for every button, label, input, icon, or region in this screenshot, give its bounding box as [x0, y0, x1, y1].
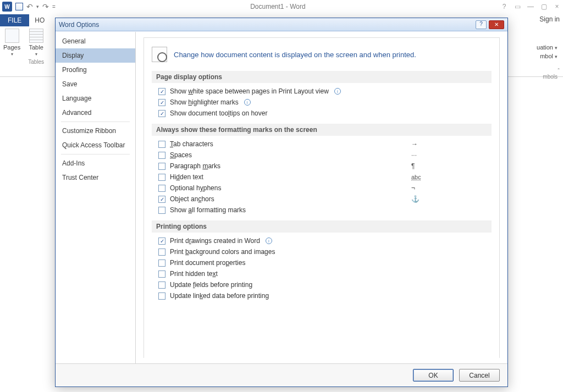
- option-row: Spaces···: [158, 151, 367, 159]
- section-page-display: Page display options: [152, 71, 492, 83]
- checkbox[interactable]: [158, 249, 165, 256]
- info-icon[interactable]: i: [334, 88, 341, 95]
- tab-file[interactable]: FILE: [0, 14, 29, 26]
- checkbox[interactable]: [158, 110, 165, 117]
- sidebar-item-quick-access-toolbar[interactable]: Quick Access Toolbar: [56, 138, 135, 152]
- option-label[interactable]: Object anchors: [170, 195, 214, 203]
- checkbox[interactable]: [158, 141, 165, 148]
- checkbox[interactable]: [158, 196, 165, 203]
- formatting-symbol: ⚓: [411, 195, 424, 203]
- option-label[interactable]: Optional hyphens: [170, 184, 221, 192]
- checkbox[interactable]: [158, 238, 165, 245]
- option-row: Show all formatting marks: [158, 206, 367, 214]
- formatting-symbol: ···: [411, 151, 424, 159]
- checkbox[interactable]: [158, 152, 165, 159]
- sign-in-link[interactable]: Sign in: [539, 15, 560, 23]
- sidebar-item-advanced[interactable]: Advanced: [56, 106, 135, 120]
- sidebar-item-proofing[interactable]: Proofing: [56, 63, 135, 77]
- dialog-title-bar[interactable]: Word Options ? ✕: [56, 18, 507, 31]
- document-title: Document1 - Word: [56, 3, 500, 10]
- checkbox[interactable]: [158, 207, 165, 214]
- checkbox[interactable]: [158, 99, 165, 106]
- option-label[interactable]: Print document properties: [170, 259, 245, 267]
- ribbon-group-label: mbols: [543, 74, 558, 80]
- option-row: Optional hyphens¬: [158, 184, 367, 192]
- checkbox[interactable]: [158, 260, 165, 267]
- formatting-symbol: abc: [411, 174, 424, 180]
- checkbox[interactable]: [158, 163, 165, 170]
- option-row: Tab characters→: [158, 140, 367, 148]
- option-label[interactable]: Show all formatting marks: [170, 206, 246, 214]
- tab-home-fragment[interactable]: HO: [29, 14, 50, 26]
- ribbon-display-icon[interactable]: ▭: [514, 3, 521, 10]
- app-title-bar: W ↶ ▾ ↷ = Document1 - Word ? ▭ — ▢ ×: [0, 0, 563, 13]
- option-label[interactable]: Update linked data before printing: [170, 292, 269, 300]
- formatting-symbol: →: [411, 140, 424, 148]
- sidebar-item-save[interactable]: Save: [56, 77, 135, 91]
- ribbon-symbol-fragment[interactable]: mbol▾: [540, 53, 558, 59]
- option-row: Paragraph marks¶: [158, 162, 367, 170]
- cancel-button[interactable]: Cancel: [459, 369, 500, 382]
- options-content: Change how document content is displayed…: [136, 32, 507, 363]
- option-label[interactable]: Spaces: [170, 151, 192, 159]
- ribbon-tables-group: Table ▾ Tables: [28, 29, 44, 65]
- save-icon[interactable]: [15, 3, 23, 10]
- help-icon[interactable]: ?: [500, 3, 508, 10]
- option-label[interactable]: Update fields before printing: [170, 281, 252, 289]
- dialog-title: Word Options: [59, 21, 476, 29]
- dialog-help-button[interactable]: ?: [476, 20, 487, 29]
- close-window-icon[interactable]: ×: [553, 3, 561, 10]
- option-label[interactable]: Show document tooltips on hover: [170, 109, 267, 117]
- ribbon-pages-button[interactable]: Pages ▾: [3, 29, 20, 57]
- ok-button[interactable]: OK: [413, 369, 454, 382]
- checkbox[interactable]: [158, 270, 165, 278]
- option-row: Object anchors⚓: [158, 195, 367, 203]
- table-icon: [29, 29, 43, 43]
- info-icon[interactable]: i: [266, 238, 272, 244]
- section-printing: Printing options: [152, 220, 492, 233]
- sidebar-item-language[interactable]: Language: [56, 91, 135, 106]
- option-label[interactable]: Paragraph marks: [170, 162, 220, 170]
- ribbon-group-label: Tables: [28, 59, 44, 65]
- checkbox[interactable]: [158, 292, 165, 300]
- section-formatting-marks: Always show these formatting marks on th…: [152, 124, 492, 136]
- redo-icon[interactable]: ↷: [42, 2, 49, 11]
- checkbox[interactable]: [158, 185, 165, 192]
- option-row: Update fields before printing: [158, 281, 489, 289]
- dialog-close-button[interactable]: ✕: [489, 20, 504, 29]
- dialog-footer: OK Cancel: [56, 363, 507, 387]
- checkbox[interactable]: [158, 174, 165, 181]
- options-sidebar: GeneralDisplayProofingSaveLanguageAdvanc…: [56, 32, 136, 363]
- ribbon-table-button[interactable]: Table ▾: [29, 29, 43, 57]
- chevron-down-icon: ▾: [35, 52, 37, 57]
- info-icon[interactable]: i: [244, 99, 251, 106]
- option-label[interactable]: Show white space between pages in Print …: [170, 87, 329, 95]
- checkbox[interactable]: [158, 281, 165, 289]
- collapse-ribbon-icon[interactable]: ˆ: [558, 68, 560, 74]
- sidebar-item-trust-center[interactable]: Trust Center: [56, 170, 135, 185]
- sidebar-item-add-ins[interactable]: Add-Ins: [56, 156, 135, 170]
- option-row: Show highlighter marksi: [158, 98, 489, 106]
- formatting-symbol: ¬: [411, 184, 424, 192]
- chevron-down-icon: ▾: [11, 52, 13, 57]
- display-options-icon: [152, 47, 167, 62]
- option-label[interactable]: Print background colors and images: [170, 248, 275, 256]
- option-label[interactable]: Print hidden text: [170, 270, 218, 278]
- word-options-dialog: Word Options ? ✕ GeneralDisplayProofingS…: [55, 18, 508, 387]
- ribbon-equation-fragment[interactable]: uation▾: [537, 44, 558, 51]
- sidebar-item-customize-ribbon[interactable]: Customize Ribbon: [56, 124, 135, 138]
- option-row: Print document properties: [158, 259, 489, 267]
- undo-drop-icon[interactable]: ▾: [36, 4, 39, 9]
- undo-icon[interactable]: ↶: [26, 2, 33, 11]
- option-label[interactable]: Tab characters: [170, 140, 213, 148]
- checkbox[interactable]: [158, 88, 165, 95]
- maximize-icon[interactable]: ▢: [540, 3, 548, 10]
- option-row: Show document tooltips on hover: [158, 109, 489, 117]
- minimize-icon[interactable]: —: [527, 3, 534, 10]
- sidebar-item-general[interactable]: General: [56, 34, 135, 48]
- option-label[interactable]: Show highlighter marks: [170, 98, 239, 106]
- sidebar-item-display[interactable]: Display: [56, 48, 135, 63]
- option-label[interactable]: Print drawings created in Word: [170, 237, 260, 245]
- option-row: Hidden textabc: [158, 173, 367, 181]
- option-label[interactable]: Hidden text: [170, 173, 203, 181]
